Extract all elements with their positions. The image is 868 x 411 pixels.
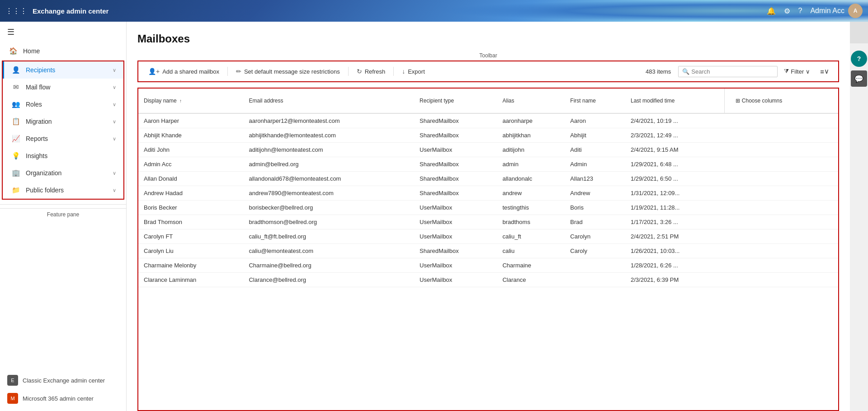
cell-lastmodified: 2/4/2021, 9:15 AM (625, 143, 724, 157)
settings-icon[interactable]: ⚙ (784, 7, 790, 15)
filter-icon: ⧩ (784, 68, 789, 75)
sidebar-highlighted-group: 👤 Recipients ∨ ✉ Mail flow ∨ 👥 Roles ∨ 📋… (2, 61, 124, 200)
cell-firstname (565, 273, 625, 287)
add-shared-mailbox-button[interactable]: 👤+ Add a shared mailbox (144, 65, 224, 77)
table-row[interactable]: Charmaine Melonby Charmaine@bellred.org … (138, 258, 838, 273)
cell-email: Charmaine@bellred.org (243, 258, 414, 273)
help-button[interactable]: ? (851, 51, 867, 67)
cell-displayname: Aaron Harper (138, 113, 243, 128)
cell-empty (724, 273, 838, 287)
sidebar-footer: E Classic Exchange admin center M Micros… (0, 368, 126, 411)
organization-icon: 🏢 (11, 169, 20, 177)
cell-displayname: Carolyn Liu (138, 244, 243, 258)
reports-icon: 📈 (11, 135, 20, 143)
toolbar: 👤+ Add a shared mailbox ✏ Set default me… (137, 61, 839, 82)
recipients-icon: 👤 (11, 66, 20, 74)
table-row[interactable]: Aditi John aditijohn@lemonteatest.com Us… (138, 143, 838, 157)
cell-recipienttype: UserMailbox (414, 143, 497, 157)
search-input[interactable] (691, 68, 774, 75)
sidebar-item-m365[interactable]: M Microsoft 365 admin center (0, 389, 126, 407)
mailflow-icon: ✉ (11, 83, 20, 91)
cell-alias: aditijohn (497, 143, 565, 157)
col-email[interactable]: Email address (243, 89, 414, 113)
columns-icon: ⊞ (736, 98, 740, 104)
sidebar-item-home[interactable]: 🏠 Home (0, 42, 126, 60)
table-row[interactable]: Clarance Laminman Clarance@bellred.org U… (138, 273, 838, 287)
sidebar-item-insights[interactable]: 💡 Insights (3, 147, 123, 164)
sort-button[interactable]: ≡ ∨ (816, 65, 833, 78)
cell-empty (724, 215, 838, 229)
sidebar-item-reports[interactable]: 📈 Reports ∨ (3, 130, 123, 147)
hamburger-icon: ☰ (7, 27, 14, 37)
cell-firstname: Allan123 (565, 172, 625, 186)
cell-firstname: Boris (565, 201, 625, 215)
sidebar-toggle[interactable]: ☰ (0, 22, 126, 42)
cell-lastmodified: 1/31/2021, 12:09... (625, 186, 724, 201)
search-box[interactable]: 🔍 (678, 66, 778, 77)
col-lastmodified[interactable]: Last modified time (625, 89, 724, 113)
notification-icon[interactable]: 🔔 (767, 7, 776, 15)
sidebar-item-roles[interactable]: 👥 Roles ∨ (3, 96, 123, 113)
user-menu[interactable]: Admin Acc A (810, 4, 863, 18)
waffle-icon[interactable]: ⋮⋮⋮ (5, 7, 27, 15)
col-displayname[interactable]: Display name ↑ (138, 89, 243, 113)
sidebar-item-label: Roles (26, 101, 113, 108)
right-panel: ? 💬 (850, 22, 868, 411)
col-firstname[interactable]: First name (565, 89, 625, 113)
cell-recipienttype: SharedMailbox (414, 113, 497, 128)
cell-recipienttype: SharedMailbox (414, 244, 497, 258)
cell-firstname (565, 258, 625, 273)
col-alias[interactable]: Alias (497, 89, 565, 113)
cell-displayname: Admin Acc (138, 157, 243, 172)
set-default-restrictions-button[interactable]: ✏ Set default message size restrictions (231, 65, 344, 77)
cell-firstname: Abhijit (565, 128, 625, 143)
content-area: Mailboxes Toolbar 👤+ Add a shared mailbo… (127, 22, 850, 411)
cell-recipienttype: UserMailbox (414, 201, 497, 215)
table-row[interactable]: Abhijit Khande abhijitkhande@lemonteates… (138, 128, 838, 143)
refresh-icon: ↻ (357, 68, 362, 75)
table-row[interactable]: Aaron Harper aaronharper12@lemonteatest.… (138, 113, 838, 128)
help-icon[interactable]: ? (798, 7, 802, 15)
right-panel-top (850, 22, 868, 43)
refresh-button[interactable]: ↻ Refresh (352, 65, 390, 77)
list-view: Display name ↑ Email address Recipient t… (137, 88, 839, 411)
sidebar-item-classic[interactable]: E Classic Exchange admin center (0, 371, 126, 389)
table-row[interactable]: Brad Thomson bradthomson@bellred.org Use… (138, 215, 838, 229)
cell-email: caliu@lemonteatest.com (243, 244, 414, 258)
col-recipienttype[interactable]: Recipient type (414, 89, 497, 113)
cell-email: abhijitkhande@lemonteatest.com (243, 128, 414, 143)
sidebar-item-recipients[interactable]: 👤 Recipients ∨ (3, 61, 123, 79)
cell-lastmodified: 2/4/2021, 10:19 ... (625, 113, 724, 128)
cell-lastmodified: 1/29/2021, 6:48 ... (625, 157, 724, 172)
table-row[interactable]: Boris Becker borisbecker@bellred.org Use… (138, 201, 838, 215)
cell-empty (724, 229, 838, 244)
cell-email: admin@bellred.org (243, 157, 414, 172)
cell-email: aditijohn@lemonteatest.com (243, 143, 414, 157)
table-row[interactable]: Admin Acc admin@bellred.org SharedMailbo… (138, 157, 838, 172)
classic-exchange-icon: E (7, 375, 18, 386)
table-header: Display name ↑ Email address Recipient t… (138, 89, 838, 113)
choose-columns-button[interactable]: ⊞ Choose columns (730, 93, 833, 108)
sort-icon: ≡ (820, 68, 824, 75)
app-title: Exchange admin center (33, 7, 767, 15)
sidebar-divider (0, 204, 126, 205)
sidebar-item-migration[interactable]: 📋 Migration ∨ (3, 113, 123, 130)
cell-alias: allandonalc (497, 172, 565, 186)
sidebar-item-mailflow[interactable]: ✉ Mail flow ∨ (3, 79, 123, 96)
toolbar-separator (227, 67, 228, 76)
table-row[interactable]: Allan Donald allandonald678@lemonteatest… (138, 172, 838, 186)
add-shared-icon: 👤+ (148, 68, 160, 75)
export-button[interactable]: ↓ Export (397, 65, 429, 77)
feature-pane-label: Feature pane (0, 208, 126, 220)
filter-button[interactable]: ⧩ Filter ∨ (779, 65, 815, 77)
table-row[interactable]: Carolyn FT caliu_ft@ft.bellred.org UserM… (138, 229, 838, 244)
table-row[interactable]: Andrew Hadad andrew7890@lemonteatest.com… (138, 186, 838, 201)
top-bar-actions: 🔔 ⚙ ? Admin Acc A (767, 4, 863, 18)
chevron-down-icon: ∨ (113, 187, 116, 193)
mailbox-table: Display name ↑ Email address Recipient t… (138, 89, 838, 287)
sidebar-item-publicfolders[interactable]: 📁 Public folders ∨ (3, 182, 123, 199)
sidebar-item-organization[interactable]: 🏢 Organization ∨ (3, 164, 123, 182)
table-row[interactable]: Carolyn Liu caliu@lemonteatest.com Share… (138, 244, 838, 258)
sidebar-item-label: Migration (26, 118, 113, 125)
chat-button[interactable]: 💬 (851, 70, 867, 87)
